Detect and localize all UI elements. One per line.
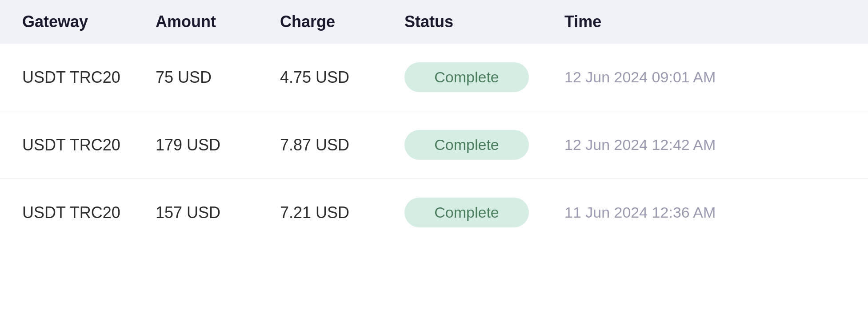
table-row: USDT TRC20 157 USD 7.21 USD Complete 11 … <box>0 179 868 246</box>
amount-cell: 75 USD <box>156 68 280 87</box>
table-header-row: Gateway Amount Charge Status Time <box>0 0 868 44</box>
status-badge: Complete <box>404 198 529 227</box>
charge-cell: 7.21 USD <box>280 203 404 222</box>
amount-cell: 179 USD <box>156 136 280 154</box>
gateway-cell: USDT TRC20 <box>22 68 156 87</box>
header-status: Status <box>404 12 564 31</box>
charge-cell: 4.75 USD <box>280 68 404 87</box>
header-gateway: Gateway <box>22 12 156 31</box>
gateway-cell: USDT TRC20 <box>22 136 156 154</box>
status-badge: Complete <box>404 62 529 92</box>
status-cell: Complete <box>404 62 564 92</box>
gateway-cell: USDT TRC20 <box>22 203 156 222</box>
header-charge: Charge <box>280 12 404 31</box>
status-badge: Complete <box>404 130 529 160</box>
table-row: USDT TRC20 179 USD 7.87 USD Complete 12 … <box>0 111 868 179</box>
table-row: USDT TRC20 75 USD 4.75 USD Complete 12 J… <box>0 44 868 111</box>
status-cell: Complete <box>404 198 564 227</box>
time-cell: 12 Jun 2024 12:42 AM <box>564 136 846 154</box>
charge-cell: 7.87 USD <box>280 136 404 154</box>
transactions-table: Gateway Amount Charge Status Time USDT T… <box>0 0 868 246</box>
status-cell: Complete <box>404 130 564 160</box>
time-cell: 12 Jun 2024 09:01 AM <box>564 69 846 86</box>
header-time: Time <box>564 12 846 31</box>
amount-cell: 157 USD <box>156 203 280 222</box>
header-amount: Amount <box>156 12 280 31</box>
time-cell: 11 Jun 2024 12:36 AM <box>564 204 846 221</box>
